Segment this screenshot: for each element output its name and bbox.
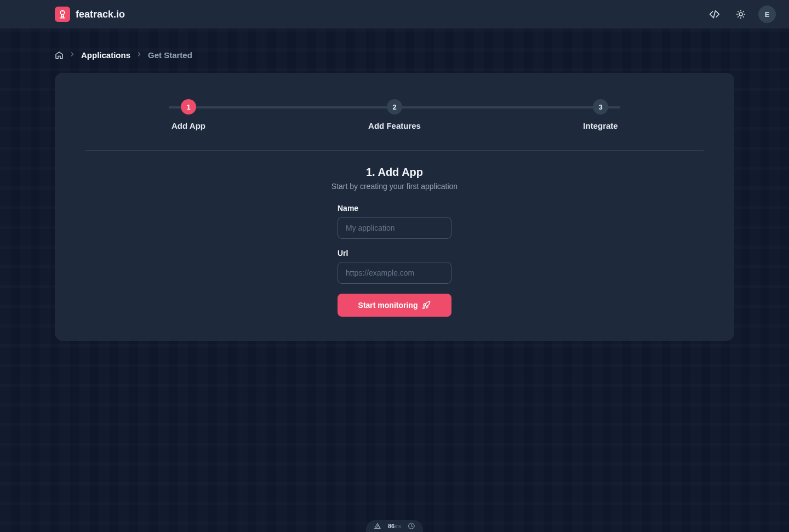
- step-add-features[interactable]: 2 Add Features: [291, 99, 498, 130]
- clock-icon: [408, 522, 415, 530]
- svg-point-2: [739, 13, 742, 16]
- name-label: Name: [338, 204, 451, 213]
- step-add-app[interactable]: 1 Add App: [85, 99, 291, 130]
- breadcrumb-home[interactable]: [55, 51, 64, 60]
- form: Name Url Start monitoring: [338, 204, 451, 317]
- nuxt-icon: [374, 522, 381, 530]
- header: featrack.io E: [0, 0, 789, 28]
- breadcrumb-current: Get Started: [148, 50, 192, 60]
- url-input[interactable]: [338, 262, 451, 284]
- rocket-icon: [422, 301, 431, 310]
- start-monitoring-button[interactable]: Start monitoring: [338, 294, 451, 317]
- name-input[interactable]: [338, 217, 451, 239]
- logo-icon: [58, 9, 67, 19]
- svg-line-1: [713, 10, 715, 18]
- breadcrumb: Applications Get Started: [0, 28, 789, 73]
- code-icon: [709, 9, 720, 20]
- breadcrumb-applications[interactable]: Applications: [81, 50, 130, 60]
- brand-text: featrack.io: [76, 9, 125, 20]
- chevron-right-icon: [69, 51, 76, 59]
- url-field-group: Url: [338, 249, 451, 284]
- dev-toolbar[interactable]: 86ms: [366, 520, 423, 532]
- home-icon: [55, 51, 64, 60]
- logo-box: [55, 7, 70, 22]
- svg-line-10: [743, 12, 744, 12]
- avatar[interactable]: E: [758, 5, 776, 23]
- code-button[interactable]: [706, 5, 723, 23]
- section-subtitle: Start by creating your first application: [85, 182, 704, 191]
- url-label: Url: [338, 249, 451, 258]
- submit-label: Start monitoring: [358, 301, 418, 310]
- perf-value: 86: [388, 523, 395, 529]
- svg-line-9: [738, 16, 739, 17]
- step-number: 1: [181, 99, 196, 115]
- step-number: 2: [387, 99, 402, 115]
- brand-group[interactable]: featrack.io: [55, 7, 125, 22]
- svg-line-6: [743, 16, 744, 17]
- chevron-right-icon: [136, 51, 142, 59]
- main-card: 1 Add App 2 Add Features 3 Integrate 1. …: [55, 73, 734, 341]
- sun-icon: [736, 9, 746, 19]
- step-integrate[interactable]: 3 Integrate: [498, 99, 704, 130]
- header-actions: E: [706, 5, 776, 23]
- svg-line-5: [738, 12, 739, 12]
- name-field-group: Name: [338, 204, 451, 239]
- step-label: Add App: [171, 121, 205, 130]
- theme-toggle-button[interactable]: [732, 5, 750, 23]
- step-label: Integrate: [583, 121, 618, 130]
- perf-unit: ms: [395, 524, 401, 529]
- stepper: 1 Add App 2 Add Features 3 Integrate: [85, 99, 704, 130]
- divider: [85, 150, 704, 151]
- step-number: 3: [593, 99, 608, 115]
- section-title: 1. Add App: [85, 166, 704, 179]
- step-label: Add Features: [368, 121, 421, 130]
